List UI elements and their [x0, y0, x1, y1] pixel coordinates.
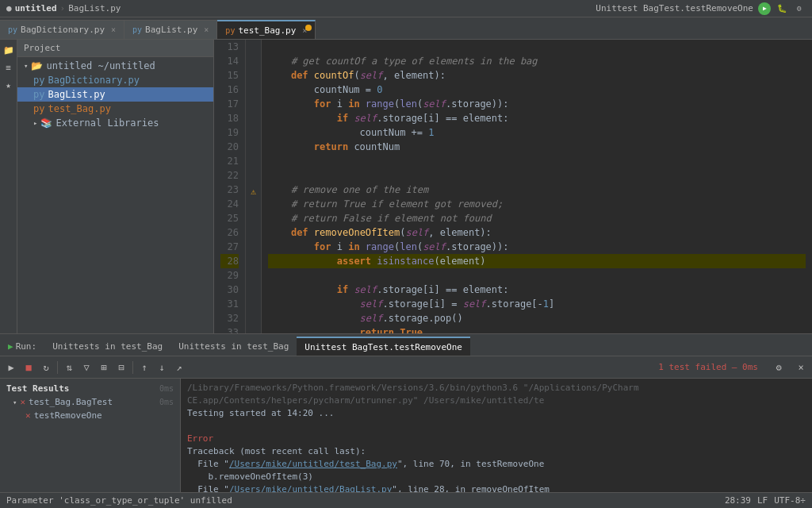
left-toolbar: 📁 ≡ ★	[0, 40, 17, 333]
output-error-line: Error	[187, 433, 806, 445]
tab-icon: py	[8, 25, 17, 34]
tab-testbag[interactable]: py test_Bag.py ×	[217, 20, 316, 39]
tab-label: BagList.py	[145, 25, 197, 35]
tab-label: test_Bag.py	[238, 25, 296, 36]
bottom-tab-unittests2[interactable]: Unittests in test_Bag	[170, 337, 297, 356]
title-right: Unittest BagTest.testRemoveOne 🐛 ⚙	[596, 2, 806, 15]
project-sidebar: Project ▾ 📂 untitled ~/untitled py BagDi…	[17, 40, 214, 333]
title-separator: ›	[60, 3, 66, 13]
editor-tab-bar: py BagDictionary.py × py BagList.py × py…	[0, 17, 812, 40]
debug-button[interactable]: 🐛	[776, 2, 788, 15]
test-output: /Library/Frameworks/Python.framework/Ver…	[181, 379, 812, 492]
file-link-baglist[interactable]: /Users/mike/untitled/BagList.py	[229, 484, 392, 492]
output-line: /Library/Frameworks/Python.framework/Ver…	[187, 382, 806, 407]
sidebar-item-testbag[interactable]: py test_Bag.py	[17, 102, 213, 116]
test-method-label: testRemoveOne	[34, 410, 102, 421]
collapse-all-button[interactable]: ⊟	[113, 360, 129, 375]
prev-failed-button[interactable]: ↑	[136, 360, 152, 375]
filter-button[interactable]: ▽	[79, 360, 94, 375]
editor-gutter: ⚠	[246, 40, 262, 333]
sidebar-item-label: BagDictionary.py	[48, 75, 140, 86]
file-name: BagList.py	[68, 3, 121, 13]
app-icon: ●	[6, 3, 12, 13]
output-line: File "/Users/mike/untitled/BagList.py", …	[187, 483, 806, 492]
test-total-time: 0ms	[159, 384, 174, 393]
tab-close-icon[interactable]: ×	[111, 25, 116, 34]
title-left: ● untitled › BagList.py	[6, 3, 121, 13]
tab-icon: py	[225, 26, 235, 35]
structure-icon[interactable]: ≡	[2, 60, 16, 75]
test-method-item[interactable]: ✕ testRemoveOne	[0, 409, 180, 422]
tab-bagdictionary[interactable]: py BagDictionary.py ×	[0, 20, 124, 39]
sidebar-item-external-libraries[interactable]: ▸ 📚 External Libraries	[17, 116, 213, 130]
status-left: Parameter 'class_or_type_or_tuple' unfil…	[6, 495, 232, 506]
run-button[interactable]	[758, 2, 771, 15]
tab-label: BagDictionary.py	[21, 25, 105, 35]
sidebar-tree: ▾ 📂 untitled ~/untitled py BagDictionary…	[17, 57, 213, 333]
line-separator: LF	[757, 495, 768, 506]
test-results-header: Test Results 0ms	[0, 382, 180, 395]
line-numbers: 1314151617 1819202122 2324252627 28 2930…	[214, 40, 246, 333]
bottom-toolbar: ▶ ■ ↻ ⇅ ▽ ⊞ ⊟ ↑ ↓ ↗ 1 test failed – 0ms …	[0, 356, 812, 379]
py-icon: py	[33, 75, 44, 86]
expand-all-button[interactable]: ⊞	[96, 360, 112, 375]
code-text[interactable]: # get countOf a type of elements in the …	[262, 40, 812, 333]
bottom-tab-unittests1[interactable]: Unittests in test_Bag	[44, 337, 170, 356]
run-config-label: Unittest BagTest.testRemoveOne	[596, 3, 753, 13]
stop-button[interactable]: ■	[21, 360, 36, 375]
main-area: 📁 ≡ ★ Project ▾ 📂 untitled ~/untitled py…	[0, 40, 812, 333]
code-area[interactable]: 1314151617 1819202122 2324252627 28 2930…	[214, 40, 812, 333]
test-fail-icon: ✕	[25, 410, 31, 421]
favorites-icon[interactable]: ★	[2, 78, 16, 92]
unsaved-indicator	[305, 25, 312, 31]
project-name: untitled	[15, 3, 57, 13]
next-failed-button[interactable]: ↓	[154, 360, 170, 375]
bottom-content: Test Results 0ms ▾ ✕ test_Bag.BagTest 0m…	[0, 379, 812, 492]
test-status: 1 test failed – 0ms	[652, 362, 764, 372]
settings-button[interactable]: ⚙	[771, 360, 787, 375]
bottom-panel: ▶ Run: Unittests in test_Bag Unittests i…	[0, 333, 812, 492]
test-suite-item[interactable]: ▾ ✕ test_Bag.BagTest 0ms	[0, 395, 180, 409]
encoding: UTF-8÷	[774, 495, 806, 506]
rerun-button[interactable]: ↻	[38, 360, 54, 375]
code-editor[interactable]: 1314151617 1819202122 2324252627 28 2930…	[214, 40, 812, 333]
sidebar-item-baglist[interactable]: py BagList.py	[17, 87, 213, 102]
test-header-label: Test Results	[6, 383, 69, 394]
tab-label: Unittests in test_Bag	[52, 341, 163, 352]
output-line: b.removeOneOfItem(3)	[187, 471, 806, 483]
sidebar-item-bagdictionary[interactable]: py BagDictionary.py	[17, 73, 213, 87]
run-test-button[interactable]: ▶	[3, 360, 19, 375]
sidebar-item-label: BagList.py	[48, 89, 105, 100]
bottom-tab-unittest-remove[interactable]: Unittest BagTest.testRemoveOne	[297, 337, 470, 356]
sidebar-item-label: untitled ~/untitled	[46, 60, 155, 71]
close-panel-button[interactable]: ×	[793, 360, 809, 375]
py-test-icon: py	[33, 103, 44, 114]
test-results-tree: Test Results 0ms ▾ ✕ test_Bag.BagTest 0m…	[0, 379, 181, 492]
bottom-tab-run[interactable]: ▶ Run:	[0, 337, 44, 356]
output-line: Traceback (most recent call last):	[187, 445, 806, 458]
py-icon: py	[33, 89, 44, 100]
test-suite-time: 0ms	[159, 398, 174, 406]
window-title-bar: ● untitled › BagList.py Unittest BagTest…	[0, 0, 812, 17]
expand-arrow: ▾	[13, 398, 17, 406]
tab-label: Unittests in test_Bag	[178, 341, 289, 352]
tab-close-icon[interactable]: ×	[204, 25, 209, 34]
folder-icon: 📂	[31, 60, 43, 71]
folder-icon: 📚	[40, 117, 52, 129]
test-suite-label: test_Bag.BagTest	[29, 397, 113, 407]
output-line: Testing started at 14:20 ...	[187, 407, 806, 420]
project-icon[interactable]: 📁	[2, 43, 16, 57]
cursor-position: 28:39	[725, 495, 751, 506]
sidebar-header: Project	[17, 40, 213, 57]
tab-baglist[interactable]: py BagList.py ×	[124, 20, 217, 39]
expand-arrow: ▸	[33, 119, 37, 127]
file-link[interactable]: /Users/mike/untitled/test_Bag.py	[229, 459, 397, 469]
coverage-button[interactable]: ⚙	[793, 2, 806, 15]
warning-gutter-line: ⚠	[246, 187, 261, 197]
sort-button[interactable]: ⇅	[61, 360, 77, 375]
warning-icon: ⚠	[251, 187, 256, 197]
export-button[interactable]: ↗	[171, 360, 187, 375]
status-message: Parameter 'class_or_type_or_tuple' unfil…	[6, 495, 232, 506]
tab-label: Run:	[16, 341, 37, 352]
sidebar-item-untitled[interactable]: ▾ 📂 untitled ~/untitled	[17, 59, 213, 73]
